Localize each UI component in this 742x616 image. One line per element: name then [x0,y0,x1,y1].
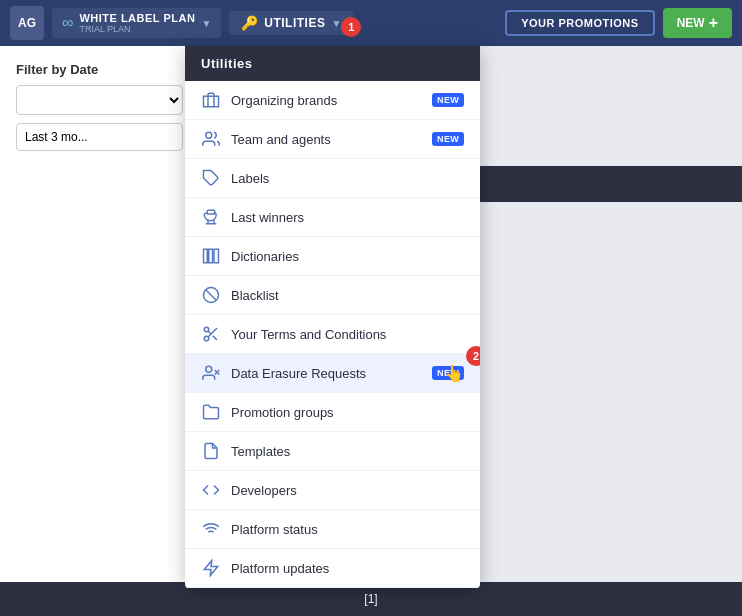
cursor-icon: 👆 [444,364,464,383]
dropdown-header: Utilities [185,46,480,81]
utilities-label: UTILITIES [264,16,325,30]
svg-line-14 [208,331,211,334]
svg-rect-4 [207,210,215,214]
plan-chevron-icon: ▼ [201,18,211,29]
plan-sub: TRIAL PLAN [79,24,195,34]
plan-text: WHITE LABEL PLAN TRIAL PLAN [79,12,195,34]
menu-icon-6 [201,324,221,344]
menu-item-label: Platform status [231,522,464,537]
new-badge: NEW [432,132,464,146]
menu-icon-4 [201,246,221,266]
menu-icon-9 [201,441,221,461]
avatar: AG [10,6,44,40]
filter-sidebar: Filter by Date [0,46,200,616]
menu-item-platform-status[interactable]: Platform status [185,510,480,549]
menu-icon-2 [201,168,221,188]
badge-2: 2 [466,346,480,366]
menu-item-promotion-groups[interactable]: Promotion groups [185,393,480,432]
new-badge: NEW [432,93,464,107]
menu-item-data-erasure-requests[interactable]: Data Erasure RequestsNEW👆2 [185,354,480,393]
svg-point-10 [204,327,209,332]
menu-item-label: Labels [231,171,464,186]
utilities-chevron-icon: ▼ [331,18,341,29]
filter-select[interactable] [16,85,183,115]
new-button[interactable]: NEW + [663,8,732,38]
menu-icon-11 [201,519,221,539]
filter-input[interactable] [16,123,183,151]
svg-rect-6 [209,249,213,263]
menu-item-label: Platform updates [231,561,464,576]
menu-item-your-terms-and-conditions[interactable]: Your Terms and Conditions [185,315,480,354]
svg-rect-7 [214,249,219,263]
menu-item-label: Data Erasure Requests [231,366,422,381]
dropdown-menu: Utilities Organizing brandsNEWTeam and a… [185,46,480,588]
utilities-wrapper: 🔑 UTILITIES ▼ 1 [229,11,353,35]
menu-items-container: Organizing brandsNEWTeam and agentsNEWLa… [185,81,480,588]
utilities-badge: 1 [341,17,361,37]
filter-label: Filter by Date [16,62,183,77]
svg-rect-0 [204,96,219,107]
menu-item-label: Blacklist [231,288,464,303]
menu-item-label: Team and agents [231,132,422,147]
menu-item-blacklist[interactable]: Blacklist [185,276,480,315]
menu-item-label: Dictionaries [231,249,464,264]
svg-rect-5 [204,249,208,263]
svg-marker-19 [204,561,218,576]
menu-item-label: Last winners [231,210,464,225]
menu-item-dictionaries[interactable]: Dictionaries [185,237,480,276]
menu-item-organizing-brands[interactable]: Organizing brandsNEW [185,81,480,120]
menu-icon-1 [201,129,221,149]
menu-icon-3 [201,207,221,227]
utilities-button[interactable]: 🔑 UTILITIES ▼ [229,11,353,35]
bottom-text: [1] [364,592,377,606]
menu-icon-7 [201,363,221,383]
menu-item-label: Developers [231,483,464,498]
svg-line-9 [206,290,217,301]
menu-item-label: Organizing brands [231,93,422,108]
key-icon: 🔑 [241,15,258,31]
menu-icon-8 [201,402,221,422]
promotions-button[interactable]: YOUR PROMOTIONS [505,10,655,36]
menu-item-developers[interactable]: Developers [185,471,480,510]
menu-item-team-and-agents[interactable]: Team and agentsNEW [185,120,480,159]
plan-name: WHITE LABEL PLAN [79,12,195,24]
new-label: NEW [677,16,705,30]
svg-point-15 [206,366,212,372]
topbar: AG ∞ WHITE LABEL PLAN TRIAL PLAN ▼ 🔑 UTI… [0,0,742,46]
menu-item-templates[interactable]: Templates [185,432,480,471]
menu-item-label: Your Terms and Conditions [231,327,464,342]
menu-item-last-winners[interactable]: Last winners [185,198,480,237]
menu-item-label: Promotion groups [231,405,464,420]
menu-item-label: Templates [231,444,464,459]
menu-icon-10 [201,480,221,500]
menu-icon-0 [201,90,221,110]
menu-item-labels[interactable]: Labels [185,159,480,198]
menu-icon-5 [201,285,221,305]
menu-item-platform-updates[interactable]: Platform updates [185,549,480,588]
plan-section[interactable]: ∞ WHITE LABEL PLAN TRIAL PLAN ▼ [52,8,221,38]
menu-icon-12 [201,558,221,578]
svg-line-13 [213,336,217,340]
infinity-icon: ∞ [62,14,73,32]
plus-icon: + [709,14,718,32]
svg-point-1 [206,132,212,138]
svg-point-11 [204,336,209,341]
